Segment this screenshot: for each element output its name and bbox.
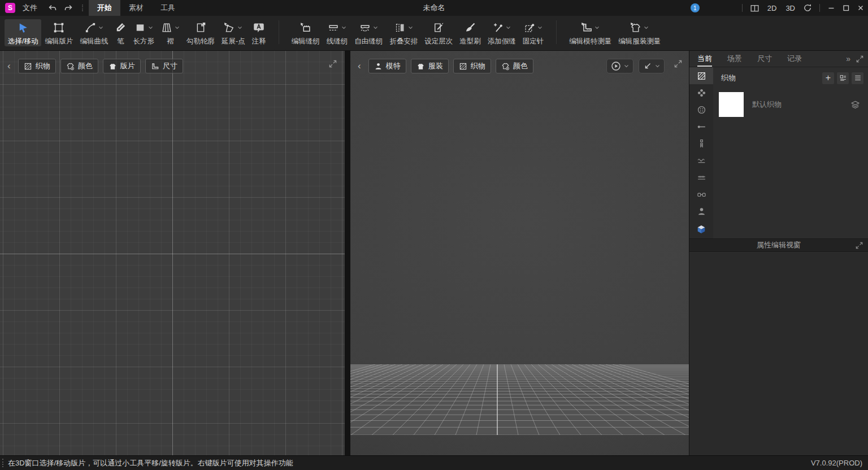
sync-button[interactable]: [800, 3, 815, 12]
property-editor-bar[interactable]: 属性编辑视窗: [689, 238, 868, 252]
card-view-button[interactable]: [837, 72, 849, 84]
tool-fold-arrange[interactable]: 折叠安排: [386, 19, 421, 46]
tab-current[interactable]: 当前: [697, 51, 712, 67]
tool-pen[interactable]: 笔: [111, 19, 129, 46]
close-button[interactable]: [853, 0, 868, 16]
app-logo-icon[interactable]: S: [5, 3, 15, 13]
tool-line-sewing[interactable]: 线缝纫: [323, 19, 351, 46]
panel3d-tab-garment[interactable]: 服装: [411, 59, 449, 73]
ribbon-tab-tool[interactable]: 工具: [152, 0, 184, 16]
panel-divider[interactable]: [345, 51, 350, 455]
panel3d-fullscreen-button[interactable]: [674, 60, 682, 68]
file-menu[interactable]: 文件: [15, 0, 45, 16]
panel2d-fullscreen-button[interactable]: [329, 60, 337, 68]
simulate-button[interactable]: [606, 59, 633, 73]
ribbon-tab-material[interactable]: 素材: [120, 0, 152, 16]
close-icon: [857, 4, 865, 12]
ribbon-tab-start[interactable]: 开始: [89, 0, 120, 16]
title-bar: S 文件 开始 素材 工具 未命名 1 2D 3D: [0, 0, 868, 16]
titlebar-right-controls: 1 2D 3D: [691, 0, 868, 16]
fabric-swatch-preview[interactable]: [719, 92, 744, 117]
tool-edit-garment-measure[interactable]: 编辑服装测量: [615, 19, 664, 46]
undo-button[interactable]: [45, 3, 60, 12]
tool-edit-model-measure[interactable]: 编辑模特测量: [566, 19, 615, 46]
right-panel-tabs: 当前 场景 尺寸 记录 »: [689, 51, 868, 67]
strip-item-topstitch[interactable]: [689, 118, 713, 135]
tool-extend-point[interactable]: 延展-点: [218, 19, 249, 46]
edit-sewing-icon: [300, 22, 311, 33]
strip-item-shirring[interactable]: [689, 169, 713, 186]
panel3d-controls: [606, 59, 665, 73]
chevron-down-icon: [148, 26, 153, 29]
panel3d-tab-avatar[interactable]: 模特: [368, 59, 406, 73]
tool-free-sewing[interactable]: 自由缝纫: [351, 19, 386, 46]
property-editor-expand-button[interactable]: [856, 242, 863, 249]
right-panel-body: 织物 + 默认织物: [689, 67, 868, 238]
strip-item-avatar[interactable]: [689, 203, 713, 220]
strip-item-3d-object[interactable]: [689, 221, 713, 238]
maximize-button[interactable]: [839, 0, 853, 16]
tool-edit-pattern[interactable]: 编辑版片: [41, 19, 76, 46]
minimize-button[interactable]: [824, 0, 839, 16]
strip-item-zipper[interactable]: [689, 135, 713, 152]
tool-rectangle[interactable]: 长方形: [129, 19, 158, 46]
panel2d-header: ‹ 织物 颜色 版片 尺寸: [5, 59, 183, 73]
panel2d-tab-size[interactable]: 尺寸: [145, 59, 183, 73]
tool-set-layer[interactable]: 设定层次: [421, 19, 456, 46]
strip-item-seam-taping[interactable]: [689, 152, 713, 169]
chevron-down-icon: [373, 26, 378, 29]
panel2d-collapse-button[interactable]: ‹: [5, 59, 14, 73]
maximize-icon: [842, 4, 850, 12]
layers-icon[interactable]: [850, 100, 860, 110]
statusbar-drag-handle[interactable]: [2, 459, 3, 467]
strip-item-button[interactable]: [689, 101, 713, 118]
tool-edit-sewing[interactable]: 编辑缝纫: [288, 19, 323, 46]
panel2d-tab-piece[interactable]: 版片: [103, 59, 141, 73]
split-view-button[interactable]: [747, 3, 763, 13]
fold-arrange-icon: [394, 22, 406, 33]
expand-icon: [674, 60, 682, 68]
fabric-list-item[interactable]: 默认织物: [714, 90, 867, 119]
tool-pin[interactable]: 固定针: [519, 19, 548, 46]
tool-edit-curve[interactable]: 编辑曲线: [76, 19, 111, 46]
panel3d-collapse-button[interactable]: ‹: [355, 59, 364, 73]
shirt-icon: [108, 62, 117, 71]
document-title: 未命名: [226, 0, 642, 16]
tab-history[interactable]: 记录: [787, 51, 802, 67]
add-fabric-button[interactable]: +: [822, 72, 834, 84]
notification-badge[interactable]: 1: [691, 3, 700, 12]
panel2d-tab-color[interactable]: 颜色: [60, 59, 98, 73]
arrow-southwest-icon: [643, 62, 652, 71]
panel3d-tab-fabric[interactable]: 织物: [453, 59, 491, 73]
tab-size[interactable]: 尺寸: [757, 51, 772, 67]
tool-select-move[interactable]: 选择/移动: [5, 19, 41, 46]
list-view-button[interactable]: [852, 72, 863, 84]
model-measure-ruler-icon: [581, 22, 592, 33]
strip-item-applique[interactable]: [689, 84, 713, 101]
tool-styling-brush[interactable]: 造型刷: [456, 19, 484, 46]
panel2d-tab-fabric[interactable]: 织物: [18, 59, 56, 73]
tool-pleat[interactable]: 褶: [158, 19, 183, 46]
right-panel-expand-button[interactable]: [856, 55, 863, 63]
avatar-person-icon: [374, 62, 383, 71]
pattern-2d-viewport[interactable]: ‹ 织物 颜色 版片 尺寸: [0, 51, 345, 455]
select-cursor-icon: [18, 22, 29, 33]
edit-curve-icon: [85, 22, 96, 33]
strip-item-glasses[interactable]: [689, 186, 713, 203]
chevron-down-icon: [537, 26, 542, 29]
tab-scene[interactable]: 场景: [727, 51, 742, 67]
zipper-icon: [697, 139, 706, 149]
redo-button[interactable]: [60, 3, 76, 12]
tool-trace-outline[interactable]: 勾勒轮廓: [183, 19, 218, 46]
tool-add-basting[interactable]: 添加假缝: [484, 19, 519, 46]
rectangle-icon: [134, 22, 146, 33]
view-2d-button[interactable]: 2D: [763, 4, 782, 12]
fabric-list-panel: 织物 + 默认织物: [713, 67, 868, 238]
more-tabs-button[interactable]: »: [846, 51, 850, 67]
strip-item-fabric[interactable]: [689, 67, 713, 84]
tool-annotation[interactable]: 注释: [249, 19, 270, 46]
garment-3d-viewport[interactable]: ‹ 模特 服装 织物 颜色: [350, 51, 689, 455]
panel3d-tab-color[interactable]: 颜色: [496, 59, 533, 73]
view-3d-button[interactable]: 3D: [781, 4, 800, 12]
drop-arrange-button[interactable]: [639, 59, 665, 73]
